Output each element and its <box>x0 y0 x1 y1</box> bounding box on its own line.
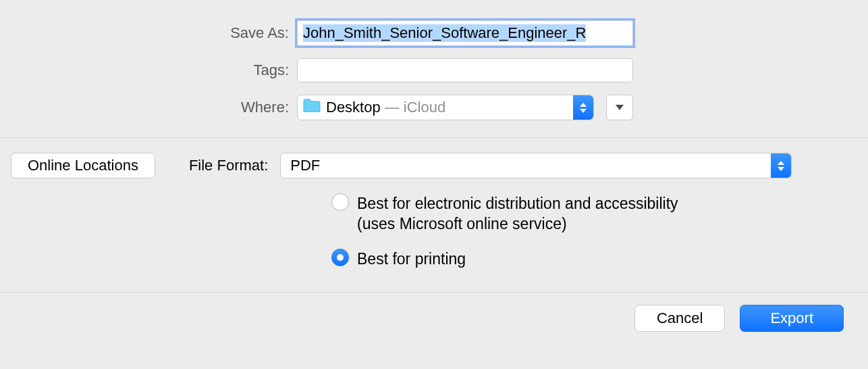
file-format-label: File Format: <box>189 153 268 178</box>
radio-icon <box>331 249 349 266</box>
online-locations-button[interactable]: Online Locations <box>11 153 155 178</box>
tags-input[interactable] <box>297 58 633 82</box>
save-as-input[interactable] <box>297 20 633 46</box>
save-dialog-top: Save As: Tags: Where: Desktop — iCloud <box>0 0 868 137</box>
option-text-line1: Best for electronic distribution and acc… <box>357 193 678 214</box>
chevron-down-icon <box>616 105 624 110</box>
pdf-options-group: Best for electronic distribution and acc… <box>331 193 857 269</box>
option-text-line2: (uses Microsoft online service) <box>357 214 678 234</box>
option-text-line1: Best for printing <box>357 249 466 269</box>
file-format-stepper-icon <box>771 153 791 178</box>
file-format-value: PDF <box>290 157 320 174</box>
option-electronic-distribution[interactable]: Best for electronic distribution and acc… <box>331 193 857 234</box>
where-select-stepper-icon <box>573 95 593 120</box>
where-select[interactable]: Desktop — iCloud <box>297 95 594 120</box>
where-folder-name: Desktop <box>326 99 381 116</box>
save-as-label: Save As: <box>0 24 297 42</box>
where-label: Where: <box>0 99 297 116</box>
expand-button[interactable] <box>606 95 633 120</box>
tags-label: Tags: <box>0 62 297 79</box>
radio-icon <box>331 193 349 211</box>
file-format-select[interactable]: PDF <box>280 153 792 178</box>
dialog-footer: Cancel Export <box>0 292 868 332</box>
cancel-button[interactable]: Cancel <box>634 305 725 332</box>
option-best-for-printing[interactable]: Best for printing <box>331 249 857 269</box>
save-dialog-middle: Online Locations File Format: PDF Best f… <box>0 138 868 292</box>
where-suffix: — iCloud <box>385 99 445 116</box>
folder-icon <box>303 99 326 116</box>
export-button[interactable]: Export <box>740 305 844 332</box>
